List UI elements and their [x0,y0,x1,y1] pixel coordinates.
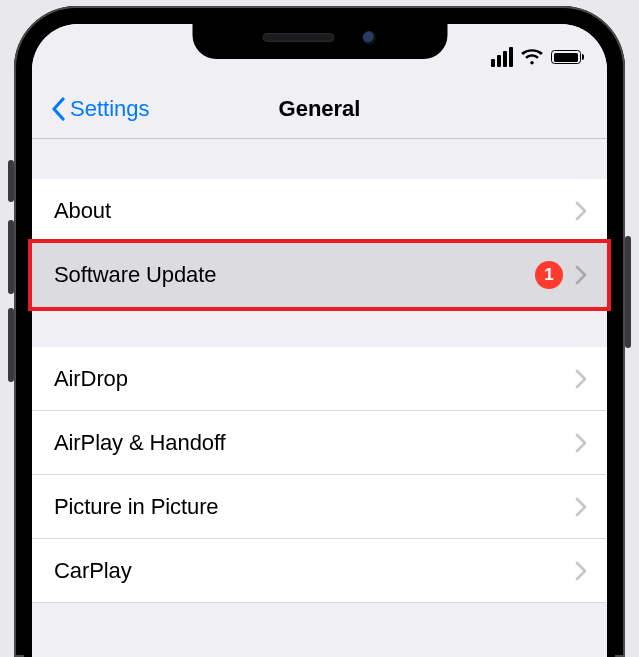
row-airdrop[interactable]: AirDrop [32,347,607,411]
row-label: Picture in Picture [54,494,575,520]
back-label: Settings [70,96,150,122]
settings-group-1: About Software Update 1 [32,179,607,307]
row-label: About [54,198,575,224]
chevron-right-icon [575,497,587,517]
row-about[interactable]: About [32,179,607,243]
phone-bezel: Settings General About Software Update 1 [24,16,615,657]
row-picture-in-picture[interactable]: Picture in Picture [32,475,607,539]
row-software-update[interactable]: Software Update 1 [32,243,607,307]
group-spacer [32,139,607,179]
row-label: AirDrop [54,366,575,392]
chevron-right-icon [575,265,587,285]
battery-icon [551,50,581,64]
chevron-right-icon [575,561,587,581]
group-spacer [32,307,607,347]
chevron-right-icon [575,433,587,453]
navigation-bar: Settings General [32,80,607,138]
row-label: Software Update [54,262,535,288]
row-airplay-handoff[interactable]: AirPlay & Handoff [32,411,607,475]
back-button[interactable]: Settings [50,96,150,122]
row-label: AirPlay & Handoff [54,430,575,456]
settings-group-2: AirDrop AirPlay & Handoff Picture in Pic… [32,347,607,603]
cellular-signal-icon [491,47,513,67]
phone-speaker [263,33,335,42]
phone-notch [192,16,447,59]
phone-side-button [625,236,631,348]
chevron-left-icon [50,97,66,121]
page-title: General [279,96,361,122]
row-carplay[interactable]: CarPlay [32,539,607,603]
row-label: CarPlay [54,558,575,584]
chevron-right-icon [575,201,587,221]
phone-frame: Settings General About Software Update 1 [14,6,625,657]
phone-front-camera [363,31,377,45]
chevron-right-icon [575,369,587,389]
wifi-icon [521,48,543,66]
phone-screen: Settings General About Software Update 1 [32,24,607,657]
notification-badge: 1 [535,261,563,289]
